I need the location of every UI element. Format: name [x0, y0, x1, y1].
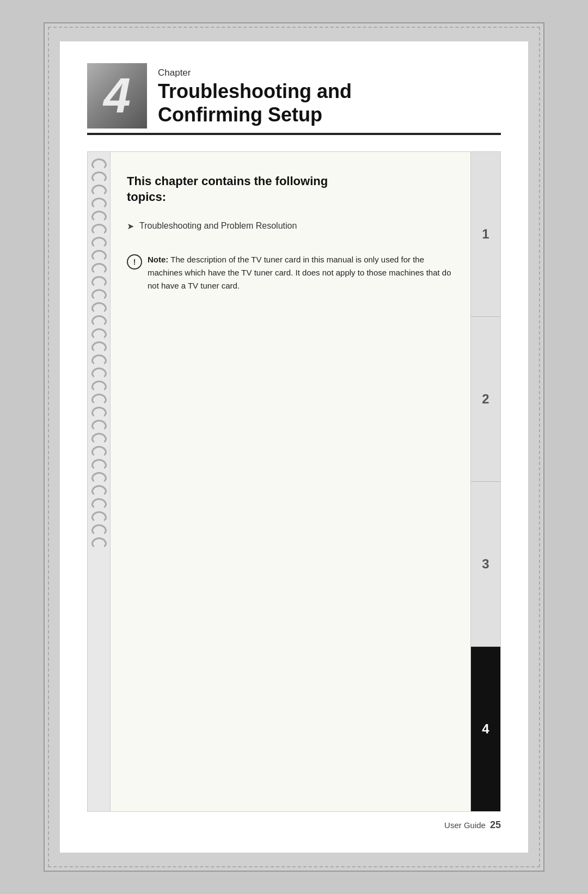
spiral-ring — [91, 511, 107, 522]
tab-item-1[interactable]: 1 — [471, 152, 500, 317]
spiral-ring — [91, 537, 107, 548]
notebook-area: This chapter contains the following topi… — [87, 151, 501, 812]
spiral-ring — [91, 394, 107, 405]
tab-item-3[interactable]: 3 — [471, 482, 500, 647]
chapter-header: 4 Chapter Troubleshooting and Confirming… — [87, 63, 501, 128]
spiral-ring — [91, 224, 107, 235]
note-text: Note: The description of the TV tuner ca… — [148, 253, 454, 292]
chapter-title-block: Chapter Troubleshooting and Confirming S… — [158, 68, 352, 128]
tab-nav: 1 2 3 4 — [470, 152, 500, 811]
note-body: The description of the TV tuner card in … — [148, 255, 451, 290]
spiral-ring — [91, 237, 107, 248]
notebook-content: This chapter contains the following topi… — [111, 152, 470, 811]
tab-label-2: 2 — [482, 391, 489, 407]
toc-arrow-icon: ➤ — [127, 221, 134, 231]
spiral-ring — [91, 354, 107, 365]
note-icon: ! — [127, 254, 142, 270]
spiral-ring — [91, 524, 107, 535]
toc-item: ➤ Troubleshooting and Problem Resolution — [127, 221, 454, 231]
page-border: 4 Chapter Troubleshooting and Confirming… — [44, 22, 544, 872]
spiral-ring — [91, 185, 107, 195]
spiral-ring — [91, 368, 107, 378]
chapter-label: Chapter — [158, 68, 352, 78]
spiral-ring — [91, 172, 107, 182]
spiral-ring — [91, 485, 107, 496]
spiral-ring — [91, 250, 107, 261]
page-footer: User Guide 25 — [87, 812, 501, 831]
spiral-ring — [91, 198, 107, 209]
spiral-ring — [91, 381, 107, 391]
spiral-ring — [91, 302, 107, 313]
spiral-ring — [91, 420, 107, 431]
footer-label: User Guide — [444, 820, 486, 830]
spiral-ring — [91, 211, 107, 222]
toc-heading: This chapter contains the following topi… — [127, 174, 454, 205]
page-inner: 4 Chapter Troubleshooting and Confirming… — [60, 41, 528, 853]
spiral-binding — [88, 152, 111, 811]
spiral-ring — [91, 433, 107, 444]
tab-label-1: 1 — [482, 226, 489, 242]
spiral-ring — [91, 407, 107, 418]
note-bold-label: Note: — [148, 255, 168, 264]
spiral-ring — [91, 158, 107, 169]
spiral-ring — [91, 315, 107, 326]
spiral-ring — [91, 498, 107, 509]
chapter-number-block: 4 — [87, 63, 147, 128]
spiral-ring — [91, 446, 107, 457]
chapter-number: 4 — [103, 71, 131, 120]
spiral-ring — [91, 341, 107, 352]
tab-label-3: 3 — [482, 556, 489, 572]
toc-item-text: Troubleshooting and Problem Resolution — [139, 221, 297, 231]
spiral-ring — [91, 276, 107, 287]
tab-item-4[interactable]: 4 — [471, 647, 500, 811]
footer-page-number: 25 — [490, 819, 501, 831]
chapter-title: Troubleshooting and Confirming Setup — [158, 79, 352, 126]
spiral-ring — [91, 459, 107, 470]
tab-label-4: 4 — [482, 721, 489, 737]
note-block: ! Note: The description of the TV tuner … — [127, 253, 454, 292]
spiral-ring — [91, 289, 107, 300]
header-divider — [87, 133, 501, 135]
tab-item-2[interactable]: 2 — [471, 317, 500, 482]
spiral-ring — [91, 263, 107, 274]
spiral-ring — [91, 472, 107, 483]
spiral-ring — [91, 328, 107, 339]
